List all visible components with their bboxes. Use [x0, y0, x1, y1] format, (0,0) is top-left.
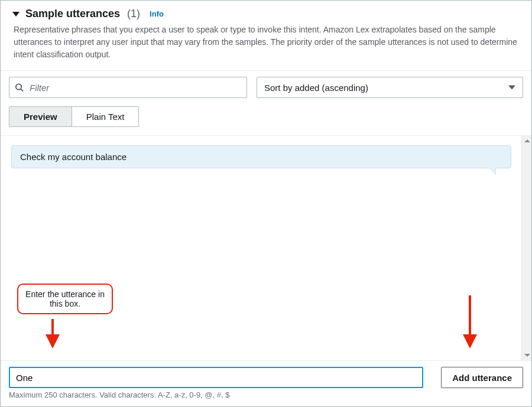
filter-wrap: [9, 77, 247, 98]
svg-point-0: [16, 84, 21, 89]
utterance-list-area: Check my account balance Enter the utter…: [1, 136, 531, 360]
add-utterance-button[interactable]: Add utterance: [441, 367, 523, 388]
arrow-icon: [41, 319, 64, 349]
controls-row: Sort by added (ascending): [1, 70, 531, 98]
sample-utterances-panel: Sample utterances (1) Info Representativ…: [0, 0, 532, 407]
search-icon: [15, 83, 24, 92]
svg-line-1: [21, 89, 23, 92]
panel-title: Sample utterances: [25, 8, 120, 20]
utterance-count: (1): [127, 8, 140, 20]
view-tab-group: Preview Plain Text: [1, 98, 531, 136]
scroll-up-button[interactable]: [522, 136, 531, 146]
filter-input[interactable]: [9, 77, 247, 98]
sort-selected-label: Sort by added (ascending): [264, 83, 368, 93]
panel-description: Representative phrases that you expect a…: [12, 24, 520, 61]
tab-preview[interactable]: Preview: [9, 106, 72, 127]
annotation-callout: Enter the utterance in this box.: [17, 284, 113, 314]
utterance-input[interactable]: [9, 367, 423, 388]
title-row: Sample utterances (1) Info: [12, 8, 520, 20]
input-row: Add utterance: [1, 360, 531, 388]
tab-plain-text[interactable]: Plain Text: [72, 106, 140, 127]
utterance-bubble[interactable]: Check my account balance: [11, 145, 511, 168]
arrow-icon: [458, 295, 482, 349]
sort-select[interactable]: Sort by added (ascending): [257, 77, 523, 98]
panel-header: Sample utterances (1) Info Representativ…: [1, 1, 531, 70]
bubble-tail-icon: [489, 168, 495, 174]
collapse-toggle-icon[interactable]: [12, 12, 20, 17]
utterance-text: Check my account balance: [20, 152, 126, 162]
input-hint: Maximum 250 characters. Valid characters…: [1, 388, 531, 406]
scrollbar[interactable]: [521, 136, 531, 360]
chevron-down-icon: [508, 86, 515, 90]
scroll-down-button[interactable]: [522, 350, 531, 360]
info-link[interactable]: Info: [150, 9, 164, 18]
